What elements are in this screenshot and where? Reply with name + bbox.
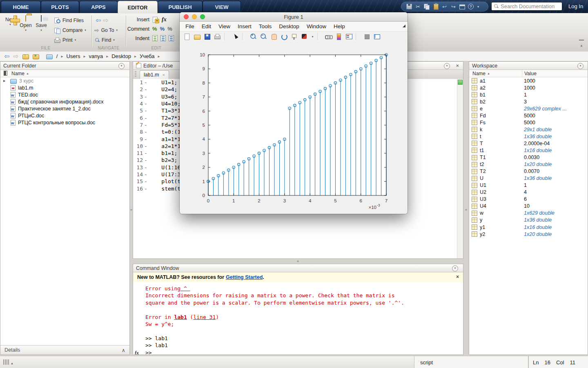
variable-row[interactable]: y1x36 double	[469, 217, 588, 224]
tab-view[interactable]: VIEW	[203, 1, 241, 13]
breadcrumb-segment[interactable]: vanya	[89, 53, 103, 59]
pan-hand-icon[interactable]	[270, 33, 277, 40]
save-icon[interactable]	[406, 4, 412, 9]
tab-plots[interactable]: PLOTS	[41, 1, 79, 13]
error-link[interactable]: ^	[180, 285, 190, 292]
variable-row[interactable]: k29x1 double	[469, 126, 588, 133]
insert-colorbar-icon[interactable]	[335, 33, 342, 40]
variable-row[interactable]: y11x16 double	[469, 224, 588, 231]
variable-row[interactable]: t1x36 double	[469, 133, 588, 140]
variable-row[interactable]: U36	[469, 196, 588, 203]
file-row[interactable]: ▶3 курс	[0, 77, 129, 84]
menu-view[interactable]: View	[218, 23, 230, 29]
drag-handle[interactable]	[135, 71, 136, 78]
variable-row[interactable]: a11000	[469, 77, 588, 84]
variable-row[interactable]: T2.0000e-04	[469, 140, 588, 147]
menu-file[interactable]: File	[185, 23, 194, 29]
breadcrumb-segment[interactable]: Учеба	[140, 53, 155, 59]
file-row[interactable]: бжд( справочная информация).docx	[0, 98, 129, 105]
open-folder-icon[interactable]	[194, 33, 200, 40]
save-button[interactable]: Save ▾	[33, 16, 49, 32]
help-icon[interactable]: ?	[468, 4, 474, 9]
insert-function-icon[interactable]: fx	[162, 16, 167, 23]
print-button[interactable]: Print ▾	[54, 36, 76, 44]
horizontal-splitter[interactable]	[133, 259, 463, 264]
data-cursor-icon[interactable]	[291, 33, 298, 40]
figure-title-bar[interactable]: Figure 1	[180, 12, 408, 22]
error-link[interactable]: lab1	[174, 314, 187, 320]
name-column-header[interactable]: Name ▲	[469, 70, 522, 77]
fx-icon[interactable]: fx	[135, 350, 139, 355]
name-column-header[interactable]: Name ▲	[0, 70, 129, 77]
show-plot-tools-icon[interactable]	[374, 33, 381, 40]
breadcrumb-segment[interactable]: Desktop	[111, 53, 131, 59]
menu-help[interactable]: Help	[334, 23, 345, 29]
uncomment-icon[interactable]: %	[160, 26, 165, 32]
tab-apps[interactable]: APPS	[79, 1, 118, 13]
navigate-back-button[interactable]: ⇦ ⇨	[96, 16, 109, 25]
variable-row[interactable]: y21x20 double	[469, 231, 588, 238]
vertical-splitter[interactable]	[130, 61, 133, 355]
comment-icon[interactable]: %	[152, 26, 157, 32]
zoom-out-icon[interactable]: −	[260, 33, 267, 40]
variable-row[interactable]: U410	[469, 203, 588, 210]
hide-plot-tools-icon[interactable]	[363, 33, 370, 40]
menu-window[interactable]: Window	[307, 23, 326, 29]
close-icon[interactable]: ×	[456, 63, 459, 68]
tab-editor[interactable]: EDITOR	[118, 1, 158, 13]
editor-indicator-bar[interactable]	[457, 79, 463, 258]
figure-window[interactable]: Figure 1 FileEditViewInsertToolsDesktopW…	[180, 12, 408, 214]
indent-right-icon[interactable]	[160, 35, 166, 41]
print-icon[interactable]	[214, 33, 221, 40]
zoom-window-icon[interactable]	[200, 14, 205, 19]
undo-icon[interactable]: ↩	[441, 4, 448, 10]
zoom-in-icon[interactable]: +	[250, 33, 257, 40]
new-document-icon[interactable]	[183, 33, 190, 40]
panel-menu-icon[interactable]: ▾	[452, 265, 458, 272]
variable-row[interactable]: U1x36 double	[469, 175, 588, 182]
command-prompt[interactable]: fx>>	[145, 349, 463, 355]
close-window-icon[interactable]	[184, 14, 189, 19]
minimize-window-icon[interactable]	[192, 14, 197, 19]
window-icon[interactable]	[459, 4, 465, 9]
menu-insert[interactable]: Insert	[238, 23, 252, 29]
indent-button[interactable]: Indent	[127, 35, 174, 41]
close-tab-icon[interactable]: ×	[163, 72, 165, 77]
smart-indent-icon[interactable]	[152, 35, 158, 41]
variable-row[interactable]: t21x20 double	[469, 161, 588, 168]
menu-desktop[interactable]: Desktop	[279, 23, 299, 29]
variable-row[interactable]: b11	[469, 91, 588, 98]
tab-home[interactable]: HOME	[1, 1, 41, 13]
insert-button[interactable]: Insert fx	[127, 16, 167, 23]
back-arrow-icon[interactable]: ⇦	[4, 53, 9, 60]
variable-row[interactable]: e29x629 complex ...	[469, 105, 588, 112]
code-health-indicator[interactable]	[458, 80, 463, 85]
variable-row[interactable]: T20.0070	[469, 168, 588, 175]
brush-icon[interactable]	[301, 33, 308, 40]
variable-row[interactable]: U11	[469, 182, 588, 189]
panel-menu-icon[interactable]: ▾	[118, 63, 125, 69]
menu-tools[interactable]: Tools	[259, 23, 272, 29]
file-row[interactable]: РТЦиС.doc	[0, 112, 129, 119]
file-row[interactable]: РТЦС контрольные вопросы.doc	[0, 119, 129, 126]
insert-legend-icon[interactable]	[345, 33, 352, 40]
panel-menu-icon[interactable]: ▾	[577, 63, 584, 69]
paste-icon[interactable]	[434, 4, 439, 10]
search-documentation-box[interactable]: Search Documentation	[491, 2, 562, 11]
tab-lab1m[interactable]: lab1.m ×	[140, 70, 169, 79]
file-row[interactable]: TED.doc	[0, 91, 129, 98]
stem-plot[interactable]: 01234567012345678910×10-3	[180, 41, 408, 214]
save-icon[interactable]	[204, 33, 211, 40]
cursor-icon[interactable]	[232, 33, 239, 40]
breadcrumb-segment[interactable]: /	[56, 53, 58, 59]
command-window-output[interactable]: Error using ^ Incorrect dimensions for r…	[133, 282, 463, 355]
goto-button[interactable]: ⇨ Go To ▾	[94, 26, 118, 34]
value-column-header[interactable]: Value	[522, 70, 537, 77]
open-button[interactable]: Open ▾	[18, 16, 33, 32]
wrap-comments-icon[interactable]: %	[167, 26, 172, 32]
error-link[interactable]: line 31	[193, 314, 216, 320]
dropdown-icon[interactable]: ▾	[477, 4, 480, 10]
find-files-button[interactable]: Find Files	[54, 16, 84, 25]
status-grip-icon[interactable]: ▲	[3, 359, 13, 365]
menu-edit[interactable]: Edit	[202, 23, 211, 29]
